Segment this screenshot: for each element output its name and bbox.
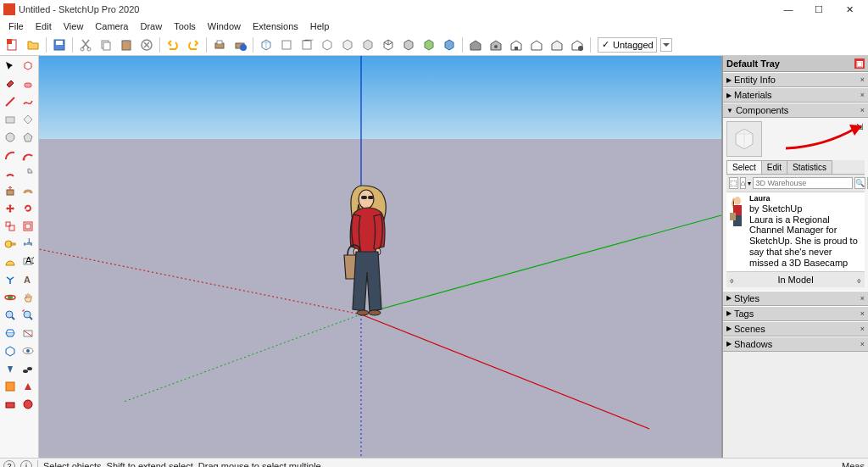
hidden-line-button[interactable] — [399, 36, 418, 54]
extension4-tool[interactable] — [19, 396, 36, 413]
pushpull-tool[interactable] — [2, 182, 19, 199]
section-display-tool[interactable] — [19, 325, 36, 342]
viewport-3d[interactable] — [39, 56, 721, 458]
polygon-tool[interactable] — [19, 129, 36, 146]
minimize-button[interactable]: — — [773, 0, 804, 19]
tray-header[interactable]: Default Tray ▣ — [723, 56, 868, 72]
right-view-button[interactable] — [318, 36, 337, 54]
delete-button[interactable] — [137, 36, 156, 54]
save-button[interactable] — [50, 36, 69, 54]
iso-view-button[interactable] — [257, 36, 275, 54]
arc2-tool[interactable] — [19, 147, 36, 164]
position-camera-tool[interactable] — [2, 360, 19, 377]
eye-tool[interactable] — [19, 342, 36, 359]
tag-dropdown[interactable]: ✓ Untagged — [598, 37, 657, 53]
new-file-button[interactable] — [3, 36, 22, 54]
tab-statistics[interactable]: Statistics — [787, 160, 832, 174]
cut-button[interactable] — [76, 36, 95, 54]
axes-tool[interactable] — [2, 271, 19, 288]
section-tool[interactable] — [2, 325, 19, 342]
top-view-button[interactable] — [277, 36, 296, 54]
menu-camera[interactable]: Camera — [90, 19, 133, 33]
print-button[interactable] — [210, 36, 229, 54]
panel-styles[interactable]: ▶Styles× — [723, 291, 868, 306]
select-tool[interactable] — [2, 58, 19, 75]
menu-file[interactable]: File — [3, 19, 29, 33]
nav-next-icon[interactable]: ⬨ — [856, 275, 862, 285]
close-button[interactable]: ✕ — [834, 0, 865, 19]
xray-tool[interactable] — [2, 342, 19, 359]
panel-entity-info[interactable]: ▶Entity Info× — [723, 72, 868, 87]
tab-select[interactable]: Select — [726, 160, 762, 174]
line-tool[interactable] — [2, 93, 19, 110]
panel-close-icon[interactable]: × — [860, 75, 865, 84]
tray-close-button[interactable]: ▣ — [854, 58, 865, 69]
zoom-extents-tool[interactable] — [19, 307, 36, 324]
menu-draw[interactable]: Draw — [135, 19, 167, 33]
panel-materials[interactable]: ▶Materials× — [723, 87, 868, 103]
scale-tool[interactable] — [2, 218, 19, 235]
extension3-tool[interactable] — [2, 396, 19, 413]
house-top-button[interactable] — [527, 36, 546, 54]
eraser-tool[interactable] — [19, 75, 36, 92]
shaded-button[interactable] — [420, 36, 438, 54]
panel-components[interactable]: ▼Components× — [723, 103, 868, 118]
panel-close-icon[interactable]: × — [860, 340, 865, 348]
paint-tool[interactable] — [2, 75, 19, 92]
3dtext-tool[interactable]: A — [19, 271, 36, 288]
panel-close-icon[interactable]: × — [860, 294, 865, 303]
menu-extensions[interactable]: Extensions — [248, 19, 303, 33]
rectangle-tool[interactable] — [2, 111, 19, 128]
panel-scenes[interactable]: ▶Scenes× — [723, 321, 868, 336]
extension2-tool[interactable] — [19, 378, 36, 395]
text-tool[interactable]: A1 — [19, 253, 36, 270]
info-icon[interactable]: i — [20, 460, 32, 468]
walk-tool[interactable] — [19, 360, 36, 377]
arc3-tool[interactable] — [2, 164, 19, 181]
menu-edit[interactable]: Edit — [31, 19, 57, 33]
house-iso-button[interactable] — [548, 36, 566, 54]
extension-warehouse-button[interactable] — [487, 36, 505, 54]
nav-back-icon[interactable]: ⬚ — [729, 177, 738, 189]
wireframe-button[interactable] — [379, 36, 398, 54]
extension1-tool[interactable] — [2, 378, 19, 395]
home-icon[interactable]: ⌂ — [740, 177, 746, 189]
house-perspective-button[interactable] — [568, 36, 587, 54]
arc-tool[interactable] — [2, 147, 19, 164]
details-toggle-icon[interactable]: ⇲ — [854, 121, 865, 131]
menu-help[interactable]: Help — [305, 19, 335, 33]
dimension-tool[interactable]: 1 — [19, 236, 36, 253]
open-file-button[interactable] — [24, 36, 42, 54]
model-info-button[interactable] — [231, 36, 249, 54]
menu-view[interactable]: View — [58, 19, 89, 33]
maximize-button[interactable]: ☐ — [804, 0, 834, 19]
front-view-button[interactable] — [298, 36, 316, 54]
menu-window[interactable]: Window — [203, 19, 246, 33]
move-tool[interactable] — [2, 200, 19, 217]
paste-button[interactable] — [117, 36, 136, 54]
panel-close-icon[interactable]: × — [860, 309, 865, 318]
followme-tool[interactable] — [19, 182, 36, 199]
orbit-tool[interactable] — [2, 289, 19, 306]
pie-tool[interactable] — [19, 164, 36, 181]
zoom-tool[interactable] — [2, 307, 19, 324]
tab-edit[interactable]: Edit — [761, 160, 787, 174]
back-view-button[interactable] — [338, 36, 357, 54]
circle-tool[interactable] — [2, 129, 19, 146]
component-item-laura[interactable]: Laura by SketchUp Laura is a Regional Ch… — [726, 192, 865, 271]
help-icon[interactable]: ? — [3, 460, 15, 468]
warehouse-button[interactable] — [466, 36, 485, 54]
panel-shadows[interactable]: ▶Shadows× — [723, 336, 868, 352]
panel-close-icon[interactable]: × — [860, 325, 865, 333]
nav-prev-icon[interactable]: ⬨ — [729, 275, 735, 285]
house-front-button[interactable] — [507, 36, 526, 54]
left-view-button[interactable] — [359, 36, 377, 54]
undo-button[interactable] — [164, 36, 182, 54]
rotated-rect-tool[interactable] — [19, 111, 36, 128]
pan-tool[interactable] — [19, 289, 36, 306]
protractor-tool[interactable] — [2, 253, 19, 270]
rotate-tool[interactable] — [19, 200, 36, 217]
tag-dropdown-arrow[interactable] — [660, 38, 672, 52]
panel-close-icon[interactable]: × — [860, 91, 865, 99]
tape-tool[interactable] — [2, 236, 19, 253]
